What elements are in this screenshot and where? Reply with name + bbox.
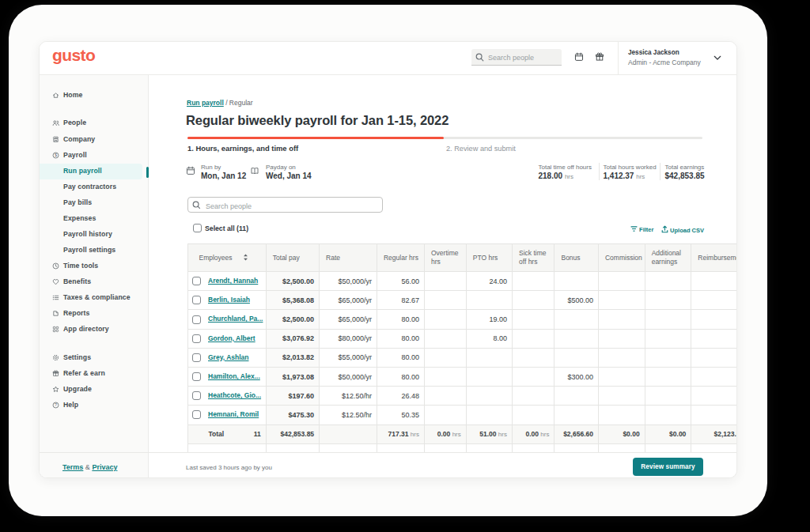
svg-text:?: ? — [55, 402, 57, 407]
svg-text:$: $ — [55, 153, 57, 157]
